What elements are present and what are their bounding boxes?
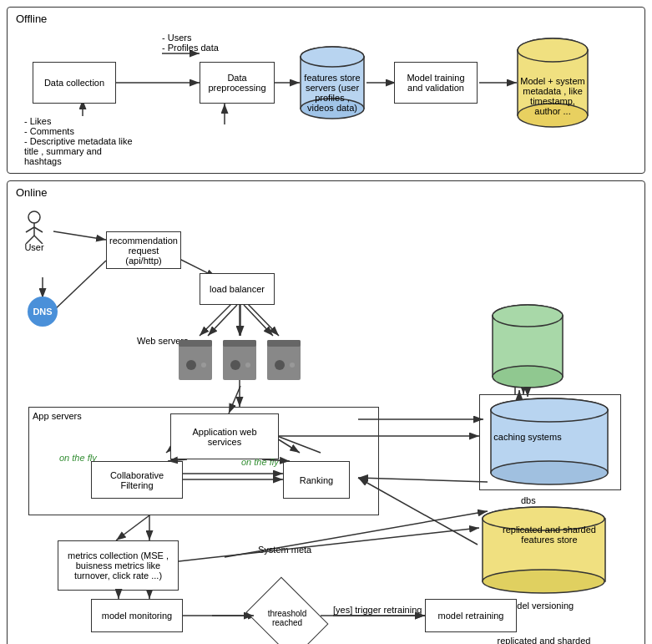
online-section: Online: [7, 180, 645, 644]
svg-line-42: [26, 227, 34, 232]
svg-point-52: [230, 360, 240, 370]
svg-point-57: [290, 363, 295, 368]
svg-line-71: [208, 305, 237, 336]
model-monitoring-box: model monitoring: [91, 599, 183, 632]
offline-section: Offline: [7, 7, 645, 174]
top-annotation: - Users - Profiles data: [162, 33, 219, 53]
svg-point-61: [493, 305, 563, 327]
online-content: User DNS recommendation request (api/htt…: [8, 181, 644, 644]
svg-line-19: [53, 231, 106, 240]
user-icon: User: [23, 210, 46, 252]
ranking-box: Ranking: [283, 461, 350, 499]
model-training-box: Model training and validation: [394, 62, 478, 104]
main-diagram: Offline: [0, 0, 652, 644]
bottom-annotation: - Likes- Comments- Descriptive metadata …: [24, 116, 133, 166]
offline-content: Data collection - Users - Profiles data …: [8, 8, 644, 173]
svg-point-49: [201, 363, 206, 368]
svg-line-21: [200, 302, 233, 336]
caching-systems-cylinder: caching systems: [490, 302, 565, 390]
svg-point-53: [245, 363, 250, 368]
servers-svg: [174, 336, 308, 386]
svg-point-48: [186, 360, 196, 370]
server-stack: [174, 336, 308, 388]
load-balancer-box: load balancer: [200, 273, 275, 305]
svg-line-23: [246, 302, 279, 336]
svg-point-40: [28, 211, 40, 223]
data-collection-box: Data collection: [33, 62, 116, 104]
person-svg: [23, 210, 46, 244]
collaborative-filtering-box: Collaborative Filtering: [91, 461, 183, 499]
dns-bubble: DNS: [28, 297, 58, 327]
svg-point-56: [275, 360, 285, 370]
yes-trigger-label: [yes] trigger retraining: [333, 605, 422, 615]
svg-line-85: [179, 528, 479, 561]
svg-line-39: [53, 261, 106, 311]
svg-rect-47: [179, 340, 212, 347]
system-meta-label: System meta: [258, 545, 311, 555]
metrics-collection-box: metrics collection (MSE , buisness metri…: [58, 540, 179, 591]
svg-rect-51: [223, 340, 256, 347]
data-preprocessing-box: Data preprocessing: [200, 62, 275, 104]
model-metadata-cylinder: Model + system metadata , like timestamp…: [515, 37, 590, 129]
features-store-cylinder: features store servers (user profiles , …: [298, 45, 366, 120]
on-the-fly-2: on the fly: [241, 457, 279, 467]
application-web-services-box: Application web services: [170, 413, 279, 459]
svg-line-43: [34, 227, 43, 232]
app-servers-label: App servers: [33, 411, 82, 421]
svg-line-73: [244, 305, 273, 336]
svg-point-60: [493, 366, 563, 388]
recommendation-request-box: recommendation request (api/http): [106, 231, 181, 269]
svg-line-81: [116, 515, 149, 540]
svg-rect-55: [267, 340, 301, 347]
threshold-diamond: threashold reached: [254, 593, 321, 643]
